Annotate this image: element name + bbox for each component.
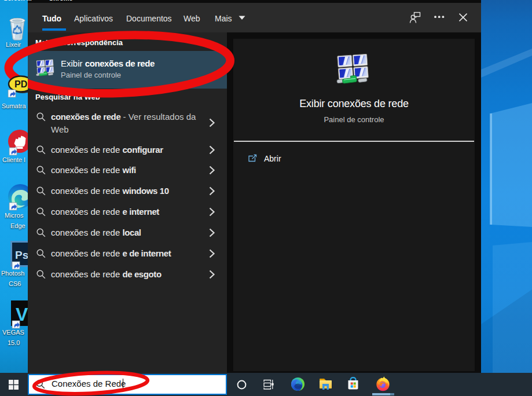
svg-text:Ps: Ps <box>15 249 28 261</box>
svg-text:PD: PD <box>14 79 27 89</box>
